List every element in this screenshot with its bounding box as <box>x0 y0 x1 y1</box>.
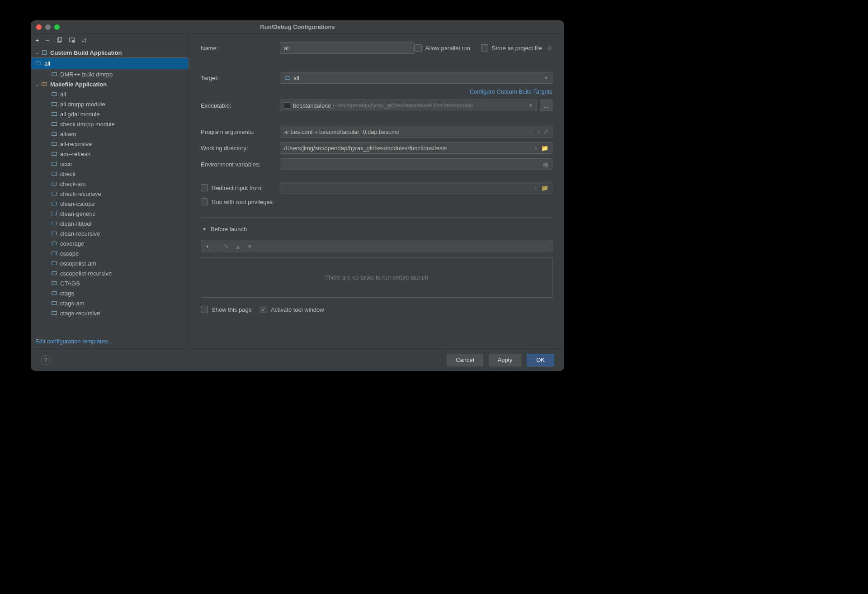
config-item[interactable]: coverage <box>31 238 189 248</box>
activate-tool-checkbox[interactable] <box>260 306 267 313</box>
config-item[interactable]: check-recursive <box>31 189 189 199</box>
name-input[interactable] <box>280 42 415 54</box>
root-checkbox[interactable] <box>201 198 208 205</box>
add-task-button[interactable]: + <box>206 243 209 250</box>
config-item[interactable]: all-recursive <box>31 139 189 149</box>
gear-icon[interactable]: ⚙ <box>547 45 552 52</box>
redirect-label[interactable]: Redirect input from: <box>212 185 263 191</box>
args-input[interactable]: -c bes.conf -i bescmd/tabular_0.dap.besc… <box>280 126 552 138</box>
config-icon <box>51 190 58 197</box>
move-down-button[interactable]: ▼ <box>246 243 253 250</box>
config-item[interactable]: ctags <box>31 288 189 298</box>
config-icon <box>51 270 58 277</box>
config-item[interactable]: all gdal module <box>31 109 189 119</box>
config-icon <box>51 71 58 78</box>
config-icon <box>51 260 58 267</box>
config-item[interactable]: all dmrpp module <box>31 99 189 109</box>
config-icon <box>51 200 58 207</box>
exec-row: Executable: besstandalone (~/src/opendap… <box>201 100 552 111</box>
config-icon <box>51 130 58 138</box>
wd-row: Working directory: /Users/jimg/src/opend… <box>201 142 552 154</box>
group-label: Custom Build Application <box>50 49 122 56</box>
config-icon <box>51 110 58 118</box>
root-row: Run with root privileges <box>201 198 552 205</box>
config-item[interactable]: clean-recursive <box>31 228 189 238</box>
show-page-label[interactable]: Show this page <box>212 306 252 313</box>
config-item[interactable]: cscopelist-am <box>31 258 189 268</box>
config-item[interactable]: check dmrpp module <box>31 119 189 129</box>
config-tree[interactable]: ⌄Custom Build ApplicationallDMR++ build … <box>31 47 189 334</box>
sort-button[interactable] <box>81 37 88 43</box>
config-item[interactable]: ctags-recursive <box>31 308 189 318</box>
config-group[interactable]: ⌄Custom Build Application <box>31 48 189 57</box>
config-icon <box>51 299 58 307</box>
config-item[interactable]: CTAGS <box>31 278 189 288</box>
save-template-button[interactable] <box>69 37 75 43</box>
config-item-label: check-recursive <box>60 190 101 197</box>
add-config-button[interactable]: + <box>35 37 39 43</box>
folder-icon[interactable]: 📁 <box>541 185 548 191</box>
config-icon <box>51 240 58 247</box>
plus-icon[interactable]: + <box>536 128 540 135</box>
before-launch-section[interactable]: ▼ Before launch <box>201 226 552 233</box>
copy-config-button[interactable] <box>56 37 62 43</box>
root-label[interactable]: Run with root privileges <box>212 199 273 205</box>
svg-rect-6 <box>52 73 57 76</box>
svg-rect-23 <box>52 242 57 245</box>
folder-icon[interactable]: 📁 <box>541 145 548 152</box>
help-button[interactable]: ? <box>41 355 51 365</box>
remove-task-button[interactable]: − <box>215 243 218 250</box>
allow-parallel-label[interactable]: Allow parallel run <box>425 45 470 52</box>
svg-rect-19 <box>52 202 57 205</box>
config-item[interactable]: check-am <box>31 179 189 189</box>
edit-templates-link[interactable]: Edit configuration templates... <box>31 334 189 348</box>
target-select[interactable]: all ▼ <box>280 72 552 84</box>
env-input[interactable]: ▤ <box>280 158 552 170</box>
move-up-button[interactable]: ▲ <box>235 243 241 250</box>
expand-icon[interactable]: ⤢ <box>543 128 548 135</box>
name-label: Name: <box>201 45 280 52</box>
list-icon[interactable]: ▤ <box>543 161 548 168</box>
config-item[interactable]: DMR++ build dmrpp <box>31 69 189 79</box>
ok-button[interactable]: OK <box>527 354 554 366</box>
remove-config-button[interactable]: − <box>46 37 50 43</box>
show-page-checkbox[interactable] <box>201 306 208 313</box>
activate-tool-label[interactable]: Activate tool window <box>271 306 324 313</box>
store-project-label[interactable]: Store as project file <box>492 45 542 52</box>
svg-rect-29 <box>52 302 57 305</box>
config-icon <box>51 220 58 227</box>
svg-rect-4 <box>42 51 47 55</box>
titlebar: Run/Debug Configurations <box>31 20 564 34</box>
exec-browse-button[interactable]: ... <box>540 100 552 111</box>
config-item[interactable]: cscopelist-recursive <box>31 268 189 278</box>
redirect-checkbox[interactable] <box>201 184 208 191</box>
config-group[interactable]: ⌄Makefile Application <box>31 79 189 89</box>
config-item[interactable]: clean-cscope <box>31 199 189 209</box>
svg-rect-20 <box>52 212 57 215</box>
config-item[interactable]: am--refresh <box>31 149 189 159</box>
apply-button[interactable]: Apply <box>489 354 522 366</box>
config-item[interactable]: all <box>31 89 189 99</box>
svg-rect-24 <box>52 252 57 255</box>
before-launch-list: There are no tasks to run before launch <box>201 257 552 298</box>
config-item[interactable]: check <box>31 169 189 179</box>
configure-targets-link[interactable]: Configure Custom Build Targets <box>470 88 552 95</box>
redirect-input[interactable]: +📁 <box>280 182 552 194</box>
exec-select[interactable]: besstandalone (~/src/opendap/hyrax_git/b… <box>280 100 537 111</box>
plus-icon[interactable]: + <box>534 145 538 152</box>
store-project-checkbox[interactable] <box>481 44 488 52</box>
config-item[interactable]: cscope <box>31 248 189 258</box>
allow-parallel-checkbox[interactable] <box>415 44 422 52</box>
config-item-label: am--refresh <box>60 151 90 157</box>
config-item[interactable]: cccc <box>31 159 189 169</box>
cancel-button[interactable]: Cancel <box>447 354 483 366</box>
config-item[interactable]: all-am <box>31 129 189 139</box>
config-item-label: cccc <box>60 161 72 167</box>
config-item[interactable]: ctags-am <box>31 298 189 308</box>
plus-icon[interactable]: + <box>534 185 538 191</box>
wd-input[interactable]: /Users/jimg/src/opendap/hyrax_git/bes/mo… <box>280 142 552 154</box>
config-item[interactable]: clean-libtool <box>31 219 189 228</box>
config-item[interactable]: clean-generic <box>31 209 189 219</box>
config-item[interactable]: all <box>31 57 189 69</box>
edit-task-button[interactable]: ✎ <box>224 243 229 250</box>
